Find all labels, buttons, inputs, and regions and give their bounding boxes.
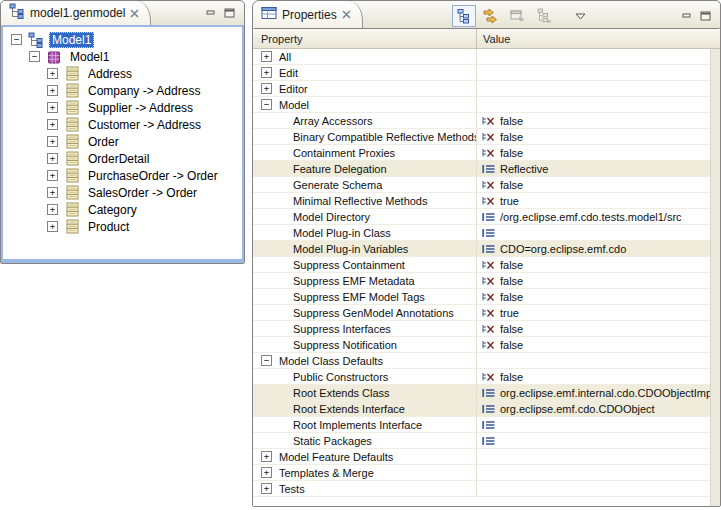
tree-item-label: Model1 — [67, 49, 112, 65]
expand-toggle-icon[interactable]: − — [11, 34, 22, 45]
column-header-value[interactable]: Value — [477, 33, 720, 45]
tab-properties[interactable]: Properties — [253, 1, 363, 28]
properties-window-buttons — [682, 1, 720, 28]
close-icon[interactable] — [342, 10, 351, 19]
expand-toggle-icon[interactable]: + — [47, 102, 58, 113]
property-row[interactable]: + Tests — [253, 481, 720, 497]
property-name: Generate Schema — [293, 179, 382, 191]
property-row[interactable]: Suppress Interfaces false — [253, 321, 720, 337]
tree-item-label: Model1 — [49, 32, 94, 48]
eclass-icon — [64, 151, 80, 167]
property-row[interactable]: Array Accessors false — [253, 113, 720, 129]
expand-toggle-icon[interactable]: + — [47, 221, 58, 232]
eclass-icon — [64, 168, 80, 184]
property-row[interactable]: + Edit — [253, 65, 720, 81]
property-name: Templates & Merge — [279, 467, 374, 479]
property-name: Tests — [279, 483, 305, 495]
tree-item-label: Category — [85, 202, 140, 218]
tree-item[interactable]: + PurchaseOrder -> Order — [3, 167, 242, 184]
expand-toggle-icon[interactable]: + — [261, 483, 272, 494]
tree-indent — [11, 90, 47, 91]
expand-toggle-icon[interactable]: + — [47, 170, 58, 181]
expand-toggle-icon[interactable]: + — [47, 119, 58, 130]
expand-toggle-icon[interactable]: + — [261, 67, 272, 78]
tree-item-label: Address — [85, 66, 135, 82]
property-row[interactable]: Root Extends Interface org.eclipse.emf.c… — [253, 401, 720, 417]
property-row[interactable]: + All — [253, 49, 720, 65]
expand-toggle-icon[interactable]: − — [29, 51, 40, 62]
properties-view-part: Properties — [252, 0, 721, 507]
maximize-icon[interactable] — [700, 11, 711, 21]
tree-item[interactable]: + Supplier -> Address — [3, 99, 242, 116]
property-row[interactable]: − Model Class Defaults — [253, 353, 720, 369]
expand-toggle-icon[interactable]: + — [47, 187, 58, 198]
property-name: Feature Delegation — [293, 163, 387, 175]
property-name: Suppress GenModel Annotations — [293, 307, 454, 319]
column-header-property[interactable]: Property — [253, 29, 477, 48]
expand-toggle-icon[interactable]: + — [261, 451, 272, 462]
restore-default-value-icon[interactable] — [506, 5, 530, 27]
view-menu-icon[interactable] — [573, 5, 589, 27]
property-row[interactable]: Root Implements Interface — [253, 417, 720, 433]
property-row[interactable]: Root Extends Class org.eclipse.emf.inter… — [253, 385, 720, 401]
property-row[interactable]: Minimal Reflective Methods true — [253, 193, 720, 209]
epackage-icon — [46, 49, 62, 65]
tree-item[interactable]: + SalesOrder -> Order — [3, 184, 242, 201]
text-property-icon — [481, 403, 496, 415]
tree-item[interactable]: − Model1 — [3, 31, 242, 48]
expand-toggle-icon[interactable]: + — [47, 204, 58, 215]
property-row[interactable]: + Templates & Merge — [253, 465, 720, 481]
property-row[interactable]: Public Constructors false — [253, 369, 720, 385]
property-row[interactable]: + Editor — [253, 81, 720, 97]
tree-item[interactable]: + Address — [3, 65, 242, 82]
property-row[interactable]: Containment Proxies false — [253, 145, 720, 161]
expand-toggle-icon[interactable]: + — [261, 83, 272, 94]
property-name: Edit — [279, 67, 298, 79]
tree-item[interactable]: + Order — [3, 133, 242, 150]
property-row[interactable]: Model Directory /org.eclipse.emf.cdo.tes… — [253, 209, 720, 225]
property-row[interactable]: Static Packages — [253, 433, 720, 449]
expand-toggle-icon[interactable]: + — [47, 85, 58, 96]
tab-model1-genmodel[interactable]: model1.genmodel — [1, 1, 151, 25]
tree-item[interactable]: + Customer -> Address — [3, 116, 242, 133]
property-row[interactable]: − Model — [253, 97, 720, 113]
close-icon[interactable] — [130, 9, 139, 18]
tree-item[interactable]: − Model1 — [3, 48, 242, 65]
property-row[interactable]: Suppress EMF Model Tags false — [253, 289, 720, 305]
property-row[interactable]: Suppress Containment false — [253, 257, 720, 273]
boolean-property-icon — [481, 323, 496, 335]
eclass-icon — [64, 202, 80, 218]
maximize-icon[interactable] — [224, 8, 235, 18]
property-row[interactable]: Model Plug-in Class — [253, 225, 720, 241]
tree-indent — [11, 107, 47, 108]
tree-item[interactable]: + Product — [3, 218, 242, 235]
expand-toggle-icon[interactable]: − — [261, 99, 272, 110]
property-row[interactable]: Suppress Notification false — [253, 337, 720, 353]
filter-tree-icon[interactable] — [533, 5, 557, 27]
tree-item[interactable]: + Company -> Address — [3, 82, 242, 99]
property-row[interactable]: Feature Delegation Reflective — [253, 161, 720, 177]
tree-item[interactable]: + OrderDetail — [3, 150, 242, 167]
property-row[interactable]: Binary Compatible Reflective Methods fal… — [253, 129, 720, 145]
property-row[interactable]: + Model Feature Defaults — [253, 449, 720, 465]
property-row[interactable]: Model Plug-in Variables CDO=org.eclipse.… — [253, 241, 720, 257]
property-value: false — [500, 147, 523, 159]
show-categories-icon[interactable] — [452, 5, 476, 27]
property-row[interactable]: Suppress EMF Metadata false — [253, 273, 720, 289]
tree-item[interactable]: + Category — [3, 201, 242, 218]
tree-indent — [11, 73, 47, 74]
expand-toggle-icon[interactable]: − — [261, 355, 272, 366]
expand-toggle-icon[interactable]: + — [261, 467, 272, 478]
expand-toggle-icon[interactable]: + — [47, 68, 58, 79]
expand-toggle-icon[interactable]: + — [47, 136, 58, 147]
minimize-icon[interactable] — [206, 9, 216, 17]
property-row[interactable]: Suppress GenModel Annotations true — [253, 305, 720, 321]
expand-toggle-icon[interactable]: + — [47, 153, 58, 164]
show-advanced-properties-icon[interactable] — [479, 5, 503, 27]
expand-toggle-icon[interactable]: + — [261, 51, 272, 62]
minimize-icon[interactable] — [682, 12, 692, 20]
boolean-property-icon — [481, 307, 496, 319]
property-row[interactable]: Generate Schema false — [253, 177, 720, 193]
property-value: Reflective — [500, 163, 548, 175]
tree-indent — [11, 158, 47, 159]
